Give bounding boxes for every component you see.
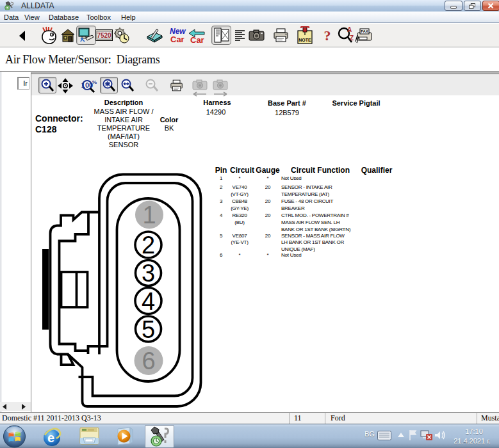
svg-text:3: 3 xyxy=(142,260,155,287)
svg-text:1: 1 xyxy=(142,202,156,228)
svg-text:2: 2 xyxy=(142,232,155,259)
svg-text:6: 6 xyxy=(142,348,155,374)
svg-text:5: 5 xyxy=(142,316,155,343)
svg-text:e: e xyxy=(47,431,54,445)
svg-text:4: 4 xyxy=(142,288,155,315)
